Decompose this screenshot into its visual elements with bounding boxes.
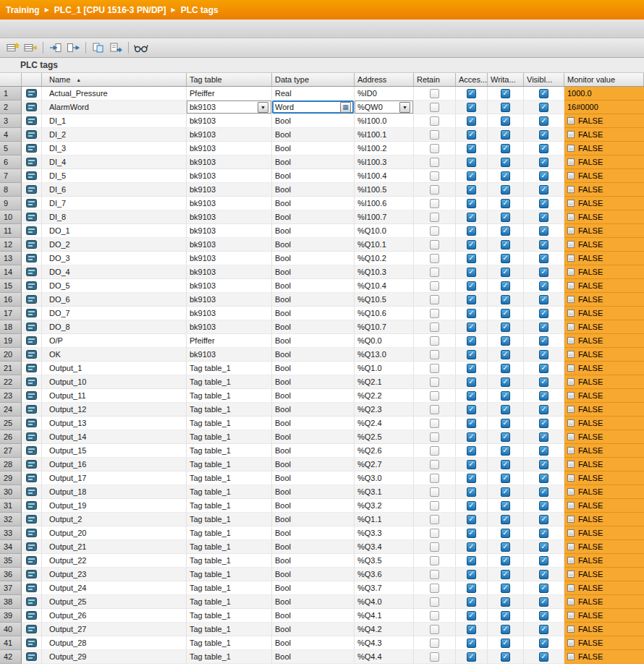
accessible-checkbox[interactable]	[467, 542, 476, 552]
table-row[interactable]: 2 AlarmWord bk9103 ▼ Word ▦ %QW0 ▼	[0, 101, 644, 114]
data-type-cell[interactable]: Bool ▦	[272, 513, 355, 526]
table-row[interactable]: 5 DI_3 bk9103 ▼ Bool ▦ %I100.2 ▼	[0, 142, 644, 155]
visible-checkbox[interactable]	[539, 323, 548, 332]
accessible-checkbox[interactable]	[467, 570, 476, 579]
tag-table-cell[interactable]: Tag table_1 ▼	[187, 623, 272, 636]
tag-table-cell[interactable]: Tag table_1 ▼	[187, 540, 272, 554]
row-number[interactable]: 11	[0, 224, 22, 238]
tag-name-cell[interactable]: DO_7	[42, 307, 187, 320]
data-type-cell[interactable]: Bool ▦	[272, 197, 355, 210]
writable-cell[interactable]	[488, 554, 524, 568]
writable-cell[interactable]	[488, 155, 524, 169]
retain-cell[interactable]	[414, 513, 456, 526]
retain-checkbox[interactable]	[430, 377, 439, 387]
table-row[interactable]: 28 Output_16 Tag table_1 ▼ Bool ▦ %Q2.7 …	[0, 458, 644, 471]
writable-cell[interactable]	[488, 471, 524, 485]
data-type-cell[interactable]: Bool ▦	[272, 265, 355, 279]
table-row[interactable]: 37 Output_24 Tag table_1 ▼ Bool ▦ %Q3.7 …	[0, 581, 644, 595]
retain-checkbox[interactable]	[430, 309, 439, 318]
data-type-cell[interactable]: Bool ▦	[272, 155, 355, 169]
tag-table-cell[interactable]: bk9103 ▼	[187, 293, 272, 307]
tag-name-cell[interactable]: DO_8	[42, 320, 187, 334]
visible-checkbox[interactable]	[539, 652, 548, 662]
address-cell[interactable]: %I100.1 ▼	[355, 128, 414, 142]
writable-cell[interactable]	[488, 609, 524, 623]
visible-checkbox[interactable]	[539, 515, 548, 524]
tag-name-cell[interactable]: DI_4	[42, 155, 187, 169]
writable-checkbox[interactable]	[501, 639, 510, 648]
accessible-checkbox[interactable]	[467, 116, 476, 126]
address-cell[interactable]: %Q2.2 ▼	[355, 389, 414, 403]
tag-table-cell[interactable]: bk9103 ▼	[187, 155, 272, 169]
retain-checkbox[interactable]	[430, 584, 439, 593]
retain-cell[interactable]	[414, 636, 456, 650]
data-type-cell[interactable]: Bool ▦	[272, 485, 355, 499]
tag-name-cell[interactable]: Output_12	[42, 403, 187, 417]
tag-name-cell[interactable]: DI_5	[42, 169, 187, 183]
table-row[interactable]: 41 Output_28 Tag table_1 ▼ Bool ▦ %Q4.3 …	[0, 636, 644, 650]
accessible-checkbox[interactable]	[467, 199, 476, 208]
retain-checkbox[interactable]	[430, 116, 439, 126]
table-row[interactable]: 31 Output_19 Tag table_1 ▼ Bool ▦ %Q3.2 …	[0, 499, 644, 513]
address-cell[interactable]: %Q3.5 ▼	[355, 554, 414, 568]
table-row[interactable]: 33 Output_20 Tag table_1 ▼ Bool ▦ %Q3.3 …	[0, 526, 644, 540]
address-cell[interactable]: %Q4.0 ▼	[355, 595, 414, 609]
writable-cell[interactable]	[488, 348, 524, 362]
address-cell[interactable]: %Q4.2 ▼	[355, 623, 414, 636]
visible-checkbox[interactable]	[539, 185, 548, 195]
breadcrumb-item-plc[interactable]: PLC_1 [CPU 1516-3 PN/DP]	[54, 5, 166, 15]
tag-table-cell[interactable]: Tag table_1 ▼	[187, 650, 272, 664]
accessible-checkbox[interactable]	[467, 240, 476, 249]
row-number[interactable]: 37	[0, 581, 22, 595]
retain-checkbox[interactable]	[430, 281, 439, 291]
writable-cell[interactable]	[488, 444, 524, 458]
visible-cell[interactable]	[524, 101, 564, 114]
visible-cell[interactable]	[524, 114, 564, 128]
writable-cell[interactable]	[488, 307, 524, 320]
accessible-cell[interactable]	[456, 238, 488, 252]
address-cell[interactable]: %QW0 ▼	[355, 101, 414, 114]
retain-cell[interactable]	[414, 609, 456, 623]
data-type-cell[interactable]: Bool ▦	[272, 609, 355, 623]
accessible-checkbox[interactable]	[467, 597, 476, 607]
accessible-checkbox[interactable]	[467, 405, 476, 414]
accessible-checkbox[interactable]	[467, 254, 476, 263]
table-row[interactable]: 27 Output_15 Tag table_1 ▼ Bool ▦ %Q2.6 …	[0, 444, 644, 458]
accessible-cell[interactable]	[456, 650, 488, 664]
retain-checkbox[interactable]	[430, 405, 439, 414]
writable-checkbox[interactable]	[501, 89, 510, 98]
table-row[interactable]: 13 DO_3 bk9103 ▼ Bool ▦ %Q10.2 ▼	[0, 252, 644, 265]
retain-cell[interactable]	[414, 403, 456, 417]
address-cell[interactable]: %Q4.3 ▼	[355, 636, 414, 650]
visible-cell[interactable]	[524, 128, 564, 142]
accessible-cell[interactable]	[456, 389, 488, 403]
retain-cell[interactable]	[414, 155, 456, 169]
data-type-cell[interactable]: Bool ▦	[272, 595, 355, 609]
row-number[interactable]: 35	[0, 554, 22, 568]
accessible-cell[interactable]	[456, 417, 488, 430]
accessible-cell[interactable]	[456, 458, 488, 471]
visible-cell[interactable]	[524, 142, 564, 155]
data-type-cell[interactable]: Real ▦	[272, 87, 355, 101]
table-row[interactable]: 23 Output_11 Tag table_1 ▼ Bool ▦ %Q2.2 …	[0, 389, 644, 403]
data-type-cell[interactable]: Bool ▦	[272, 169, 355, 183]
tag-table-cell[interactable]: bk9103 ▼	[187, 210, 272, 224]
writable-cell[interactable]	[488, 403, 524, 417]
writable-cell[interactable]	[488, 430, 524, 444]
writable-checkbox[interactable]	[501, 364, 510, 373]
data-type-cell[interactable]: Bool ▦	[272, 389, 355, 403]
retain-cell[interactable]	[414, 417, 456, 430]
row-number[interactable]: 30	[0, 485, 22, 499]
accessible-checkbox[interactable]	[467, 364, 476, 373]
writable-checkbox[interactable]	[501, 542, 510, 552]
retain-cell[interactable]	[414, 568, 456, 581]
writable-checkbox[interactable]	[501, 446, 510, 456]
table-row[interactable]: 26 Output_14 Tag table_1 ▼ Bool ▦ %Q2.5 …	[0, 430, 644, 444]
retain-cell[interactable]	[414, 320, 456, 334]
address-cell[interactable]: %I100.7 ▼	[355, 210, 414, 224]
visible-checkbox[interactable]	[539, 103, 548, 112]
retain-cell[interactable]	[414, 197, 456, 210]
retain-cell[interactable]	[414, 623, 456, 636]
table-row[interactable]: 3 DI_1 bk9103 ▼ Bool ▦ %I100.0 ▼	[0, 114, 644, 128]
visible-checkbox[interactable]	[539, 542, 548, 552]
